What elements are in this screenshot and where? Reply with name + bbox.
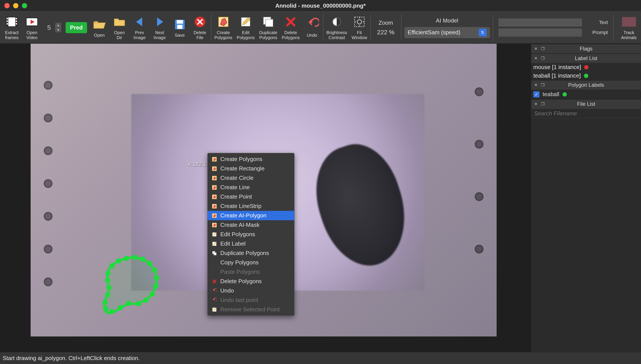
folder-open-icon: [92, 18, 106, 32]
duplicate-polygons-button[interactable]: Duplicate Polygons: [257, 14, 279, 42]
file-list-body[interactable]: [531, 118, 641, 352]
polygon-label-text: teaball: [543, 91, 559, 98]
polygon-icon: [211, 184, 217, 190]
edit-icon: [211, 232, 217, 237]
file-list-search-input[interactable]: [531, 109, 641, 118]
zoom-value[interactable]: 222 %: [377, 29, 394, 36]
context-menu-item[interactable]: Copy Polygons: [207, 258, 294, 267]
zoom-block: Zoom 222 %: [372, 12, 400, 43]
context-menu-item[interactable]: Duplicate Polygons: [207, 248, 294, 258]
context-menu-item[interactable]: Create Rectangle: [207, 164, 294, 173]
polygon-labels-panel-header[interactable]: ✕ ❐ Polygon Labels: [531, 80, 641, 90]
frame-stepper[interactable]: 5 ▲▼: [42, 22, 63, 34]
svg-point-22: [357, 20, 362, 24]
checkbox[interactable]: ✓: [533, 91, 539, 98]
context-menu-item[interactable]: Create LineStrip: [207, 202, 294, 211]
flags-panel: ✕ ❐ Flags: [531, 44, 641, 53]
main-area: x:182.1 Create PolygonsCreate RectangleC…: [0, 44, 641, 352]
polygon-labels-body[interactable]: ✓teaball: [531, 90, 641, 99]
open-button[interactable]: Open: [89, 16, 109, 39]
close-icon[interactable]: ✕: [533, 56, 539, 61]
prompt-input[interactable]: [499, 28, 582, 36]
pred-button[interactable]: Pred: [66, 22, 87, 33]
detach-icon[interactable]: ❐: [540, 46, 546, 52]
context-menu-item[interactable]: Edit Polygons: [207, 230, 294, 239]
detach-icon[interactable]: ❐: [540, 101, 546, 107]
close-icon[interactable]: ✕: [533, 101, 539, 107]
text-input[interactable]: [499, 18, 582, 26]
context-menu-item-label: Edit Polygons: [220, 231, 255, 238]
folder-icon: [112, 15, 126, 29]
context-menu-item[interactable]: Create Polygons: [207, 154, 294, 164]
context-menu-item: Remove Selected Point: [207, 305, 294, 314]
titlebar: Annolid - mouse_000000000.png*: [0, 0, 641, 11]
maximize-window-button[interactable]: [22, 3, 27, 8]
polygon-label-item[interactable]: ✓teaball: [531, 90, 641, 99]
ai-model-block: AI Model EfficientSam (speed) ⇅: [402, 12, 492, 43]
next-image-label: Next Image: [154, 30, 166, 40]
prompt-input-label: Prompt: [588, 30, 608, 36]
open-dir-button[interactable]: Open Dir: [109, 14, 129, 42]
edit-polygons-button[interactable]: Edit Polygons: [235, 14, 257, 42]
delete-polygons-button[interactable]: Delete Polygons: [280, 14, 302, 42]
open-video-button[interactable]: Open Video: [22, 14, 42, 42]
prev-image-button[interactable]: Prev Image: [129, 14, 150, 42]
label-list-item[interactable]: mouse [1 instance]: [531, 63, 641, 72]
open-label: Open: [94, 33, 105, 38]
undo-button[interactable]: Undo: [302, 16, 322, 39]
context-menu-item[interactable]: Undo: [207, 286, 294, 296]
save-button[interactable]: Save: [170, 16, 190, 39]
flags-panel-header[interactable]: ✕ ❐ Flags: [531, 44, 641, 53]
context-menu-item-label: Create LineStrip: [220, 203, 262, 210]
extract-frames-button[interactable]: Extract frames: [2, 14, 22, 42]
brightness-contrast-button[interactable]: Brightness Contrast: [324, 14, 349, 42]
stepper-arrows-icon[interactable]: ▲▼: [55, 23, 61, 32]
extract-frames-label: Extract frames: [5, 30, 19, 40]
next-image-button[interactable]: Next Image: [150, 14, 170, 42]
context-menu-item-label: Edit Label: [220, 240, 246, 247]
label-list-item[interactable]: teaball [1 instance]: [531, 72, 641, 80]
context-menu-item[interactable]: Create Line: [207, 183, 294, 192]
context-menu-item[interactable]: Delete Polygons: [207, 276, 294, 286]
track-animals-label: Track Animals: [621, 30, 637, 40]
detach-icon[interactable]: ❐: [540, 82, 546, 88]
close-window-button[interactable]: [4, 3, 10, 8]
context-menu-item[interactable]: Create AI-Mask: [207, 220, 294, 230]
close-icon[interactable]: ✕: [533, 46, 539, 52]
window-controls: [0, 3, 27, 8]
svg-rect-19: [266, 19, 273, 27]
fit-window-button[interactable]: Fit Window: [349, 14, 369, 42]
zoom-title: Zoom: [378, 20, 393, 26]
create-polygons-label: Create Polygons: [215, 30, 232, 40]
context-menu-item[interactable]: Create Point: [207, 192, 294, 202]
delete-icon: [211, 278, 217, 284]
context-menu-item[interactable]: Create AI-Polygon: [207, 211, 294, 220]
duplicate-icon: [211, 250, 217, 256]
svg-rect-6: [16, 18, 17, 19]
context-menu-item-label: Paste Polygons: [220, 268, 260, 275]
label-list-panel-header[interactable]: ✕ ❐ Label List: [531, 54, 641, 63]
detach-icon[interactable]: ❐: [540, 56, 546, 61]
delete-file-button[interactable]: Delete File: [190, 14, 210, 42]
canvas-area[interactable]: x:182.1 Create PolygonsCreate RectangleC…: [0, 44, 531, 352]
context-menu-item[interactable]: Edit Label: [207, 239, 294, 248]
window-title: Annolid - mouse_000000000.png*: [275, 2, 366, 9]
create-polygons-button[interactable]: Create Polygons: [212, 14, 235, 42]
save-label: Save: [175, 33, 185, 38]
ai-model-select[interactable]: EfficientSam (speed) ⇅: [404, 27, 490, 38]
context-menu-item-label: Create Rectangle: [220, 165, 265, 172]
polygon-icon: [211, 156, 217, 162]
minimize-window-button[interactable]: [13, 3, 18, 8]
context-menu-item[interactable]: Create Circle: [207, 173, 294, 183]
track-animals-button[interactable]: Track Animals: [619, 14, 639, 42]
duplicate-icon: [261, 15, 275, 29]
prev-image-label: Prev Image: [133, 30, 146, 40]
delete-polygons-label: Delete Polygons: [282, 30, 300, 40]
context-menu-item-label: Undo: [220, 287, 234, 294]
video-icon: [25, 15, 39, 29]
label-list-body[interactable]: mouse [1 instance]teaball [1 instance]: [531, 63, 641, 80]
delete-x-icon: [284, 15, 298, 29]
file-list-panel-header[interactable]: ✕ ❐ File List: [531, 100, 641, 108]
label-list-panel: ✕ ❐ Label List mouse [1 instance]teaball…: [531, 53, 641, 80]
close-icon[interactable]: ✕: [533, 82, 539, 88]
